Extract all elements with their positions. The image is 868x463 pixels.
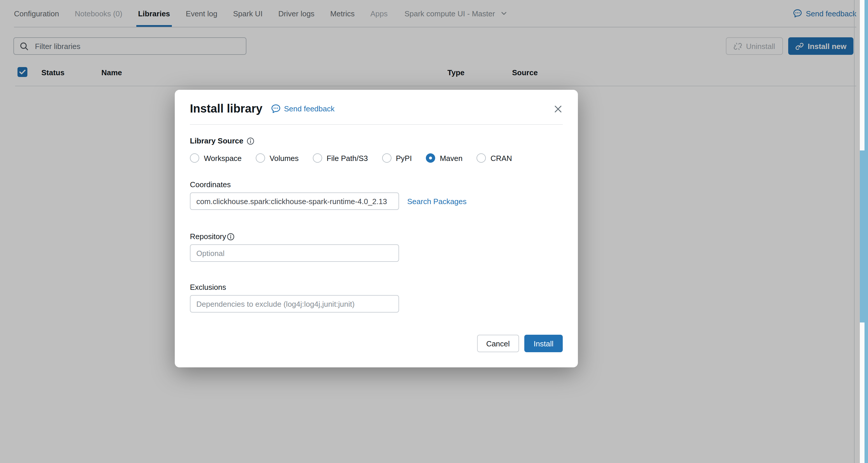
modal-title: Install library: [190, 102, 262, 115]
coordinates-row: Search Packages: [190, 193, 563, 210]
screenshot-viewport: Configuration Notebooks (0) Libraries Ev…: [0, 0, 868, 463]
radio-circle-selected: [426, 153, 435, 163]
info-icon[interactable]: [246, 137, 255, 145]
radio-workspace[interactable]: Workspace: [190, 153, 242, 163]
radio-circle: [313, 153, 322, 163]
radio-circle: [256, 153, 265, 163]
feedback-bubble-icon: [271, 104, 280, 114]
scrollbar-edge-strip: [865, 0, 868, 463]
modal-body: Library Source Workspace Volumes File Pa…: [175, 125, 578, 367]
modal-send-feedback-label: Send feedback: [284, 105, 334, 113]
coordinates-label: Coordinates: [190, 180, 563, 189]
repository-input[interactable]: [190, 244, 399, 262]
repository-label-row: Repository: [190, 232, 563, 241]
library-source-label: Library Source: [190, 137, 244, 145]
install-library-modal: Install library Send feedback Library So…: [175, 90, 578, 367]
library-source-label-row: Library Source: [190, 137, 563, 145]
cancel-button[interactable]: Cancel: [477, 335, 519, 352]
repository-label: Repository: [190, 232, 226, 241]
radio-maven[interactable]: Maven: [426, 153, 463, 163]
radio-volumes[interactable]: Volumes: [256, 153, 299, 163]
modal-footer: Cancel Install: [190, 335, 563, 352]
radio-circle: [190, 153, 199, 163]
install-button[interactable]: Install: [524, 335, 563, 352]
radio-circle: [476, 153, 486, 163]
radio-cran[interactable]: CRAN: [476, 153, 512, 163]
modal-header: Install library Send feedback: [175, 90, 578, 124]
library-source-radio-group: Workspace Volumes File Path/S3 PyPI Mave…: [190, 153, 563, 163]
close-icon: [553, 104, 563, 113]
modal-send-feedback-link[interactable]: Send feedback: [271, 104, 334, 114]
exclusions-label: Exclusions: [190, 283, 563, 292]
cluster-libraries-page: Configuration Notebooks (0) Libraries Ev…: [0, 0, 868, 463]
info-icon[interactable]: [227, 232, 235, 240]
search-packages-link[interactable]: Search Packages: [407, 197, 467, 206]
radio-file-path-s3[interactable]: File Path/S3: [313, 153, 368, 163]
exclusions-input[interactable]: [190, 295, 399, 313]
coordinates-input[interactable]: [190, 193, 399, 210]
radio-circle: [382, 153, 391, 163]
scrollbar-thumb[interactable]: [860, 150, 865, 322]
modal-close-button[interactable]: [553, 104, 563, 113]
radio-pypi[interactable]: PyPI: [382, 153, 412, 163]
